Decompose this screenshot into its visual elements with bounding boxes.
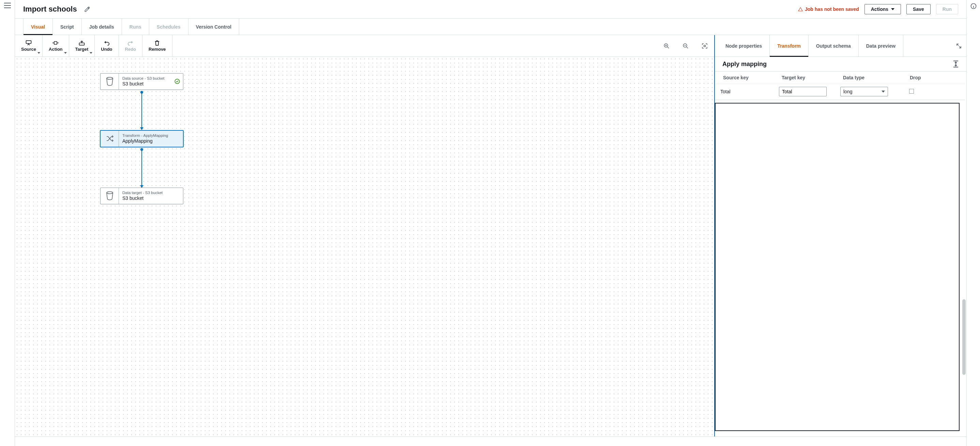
mapping-source-key: Total xyxy=(718,89,779,94)
caret-down-icon xyxy=(64,52,67,54)
tab-script[interactable]: Script xyxy=(53,19,82,35)
tab-data-preview[interactable]: Data preview xyxy=(859,35,903,57)
remove-button[interactable]: Remove xyxy=(142,35,172,57)
bucket-icon xyxy=(106,77,114,86)
expand-vertical-icon xyxy=(953,60,959,68)
node-title: S3 bucket xyxy=(123,81,168,87)
edit-title-button[interactable] xyxy=(83,5,92,14)
undo-button[interactable]: Undo xyxy=(95,35,119,57)
page-title: Import schools xyxy=(23,5,77,14)
svg-rect-1 xyxy=(54,41,57,44)
caret-down-icon xyxy=(891,8,894,10)
svg-rect-5 xyxy=(704,45,706,47)
trash-icon xyxy=(154,40,160,46)
main-tabs: Visual Script Job details Runs Schedules… xyxy=(15,19,966,35)
column-drop: Drop xyxy=(904,75,959,80)
caret-down-icon xyxy=(38,52,40,54)
success-icon xyxy=(174,78,180,84)
run-button[interactable]: Run xyxy=(936,4,958,14)
shuffle-icon xyxy=(106,135,114,142)
target-icon xyxy=(78,40,85,46)
svg-point-7 xyxy=(175,79,180,84)
zoom-out-icon xyxy=(682,43,689,49)
redo-icon xyxy=(127,40,134,46)
panel-scrollbar[interactable] xyxy=(962,57,966,435)
node-data-source[interactable]: Data source - S3 bucket S3 bucket xyxy=(100,73,183,90)
add-source-button[interactable]: Source xyxy=(15,35,43,57)
nav-menu-icon[interactable] xyxy=(4,3,11,8)
edge-source-to-transform xyxy=(142,92,142,130)
panel-title: Apply mapping xyxy=(722,60,767,68)
svg-rect-2 xyxy=(79,43,84,45)
edge-transform-to-target xyxy=(142,149,142,187)
add-target-button[interactable]: Target xyxy=(69,35,95,57)
redo-button: Redo xyxy=(119,35,143,57)
tab-job-details[interactable]: Job details xyxy=(82,19,122,35)
source-icon xyxy=(25,40,32,46)
column-data-type: Data type xyxy=(843,75,904,80)
bucket-icon xyxy=(106,191,114,200)
expand-vertical-button[interactable] xyxy=(953,60,959,68)
tab-transform[interactable]: Transform xyxy=(770,35,808,57)
node-transform-applymapping[interactable]: Transform - ApplyMapping ApplyMapping xyxy=(100,130,183,147)
node-subtitle: Data target - S3 bucket xyxy=(123,190,180,195)
pencil-icon xyxy=(84,6,90,12)
footer-bar xyxy=(15,436,966,446)
zoom-in-button[interactable] xyxy=(657,35,676,57)
undo-icon xyxy=(103,40,110,46)
column-source-key: Source key xyxy=(720,75,782,80)
node-data-target[interactable]: Data target - S3 bucket S3 bucket xyxy=(100,187,183,204)
unsaved-warning: Job has not been saved xyxy=(798,6,859,12)
node-title: S3 bucket xyxy=(123,195,180,201)
info-icon xyxy=(970,3,977,10)
actions-button[interactable]: Actions xyxy=(864,4,901,14)
canvas-toolbar: Source Action xyxy=(15,35,714,57)
node-title: ApplyMapping xyxy=(123,138,180,144)
mapping-editor-area[interactable] xyxy=(715,103,959,431)
fit-view-icon xyxy=(702,43,708,49)
tab-node-properties[interactable]: Node properties xyxy=(718,35,770,57)
add-action-button[interactable]: Action xyxy=(43,35,69,57)
warning-icon xyxy=(798,7,803,11)
tab-version-control[interactable]: Version Control xyxy=(188,19,239,35)
tab-visual[interactable]: Visual xyxy=(23,19,53,35)
save-button[interactable]: Save xyxy=(907,4,931,14)
graph-canvas[interactable]: Data source - S3 bucket S3 bucket xyxy=(15,57,714,436)
caret-down-icon xyxy=(881,90,885,93)
mapping-drop-checkbox[interactable] xyxy=(909,89,914,94)
svg-point-8 xyxy=(107,192,113,194)
zoom-out-button[interactable] xyxy=(676,35,695,57)
fit-view-button[interactable] xyxy=(695,35,714,57)
svg-point-6 xyxy=(107,77,113,79)
tab-schedules: Schedules xyxy=(149,19,188,35)
mapping-data-type-select[interactable]: long xyxy=(840,87,888,96)
expand-icon xyxy=(956,43,962,49)
node-subtitle: Transform - ApplyMapping xyxy=(123,133,180,138)
svg-rect-0 xyxy=(26,41,31,43)
mapping-row: Total long xyxy=(715,84,965,100)
mapping-header-row: Source key Target key Data type Drop xyxy=(715,71,965,84)
expand-panel-button[interactable] xyxy=(951,35,966,57)
action-icon xyxy=(52,40,59,46)
zoom-in-icon xyxy=(663,43,670,49)
column-target-key: Target key xyxy=(782,75,843,80)
side-panel-tabs: Node properties Transform Output schema … xyxy=(715,35,966,57)
caret-down-icon xyxy=(90,52,92,54)
tab-output-schema[interactable]: Output schema xyxy=(808,35,859,57)
info-button[interactable] xyxy=(970,3,977,10)
mapping-target-key-input[interactable] xyxy=(779,87,827,96)
tab-runs: Runs xyxy=(122,19,149,35)
node-subtitle: Data source - S3 bucket xyxy=(123,76,168,81)
unsaved-warning-text: Job has not been saved xyxy=(805,6,859,12)
